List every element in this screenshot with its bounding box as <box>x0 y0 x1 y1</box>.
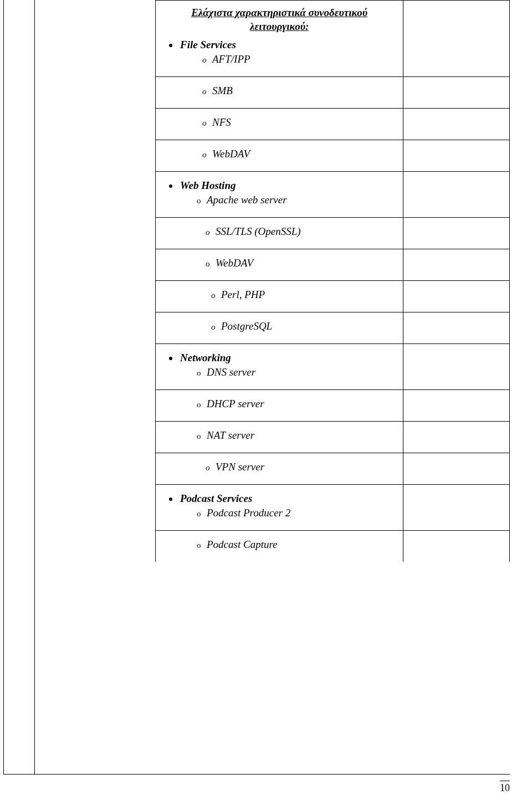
networking-header: Networking <box>179 352 396 364</box>
item-apache: Apache web server <box>207 194 287 206</box>
cell-empty <box>403 422 510 453</box>
cell-podcast: Podcast Services oPodcast Producer 2 <box>156 485 403 531</box>
item-webdav: WebDAV <box>212 148 250 160</box>
item-nfs: NFS <box>212 116 231 128</box>
cell-postgres: oPostgreSQL <box>156 312 403 344</box>
table-row: oWebDAV <box>156 140 510 172</box>
table-row: oSMB <box>156 77 510 109</box>
cell-perl: oPerl, PHP <box>156 281 403 312</box>
cell-empty <box>403 77 510 109</box>
table-row: Networking oDNS server <box>156 344 510 390</box>
cell-networking: Networking oDNS server <box>156 344 403 390</box>
table-row: oVPN server <box>156 453 510 485</box>
table-row: oDHCP server <box>156 390 510 422</box>
table-row: oSSL/TLS (OpenSSL) <box>156 218 510 249</box>
cell-nfs: oNFS <box>156 109 403 140</box>
cell-vpn: oVPN server <box>156 453 403 485</box>
cell-empty <box>403 531 510 562</box>
cell-empty <box>403 485 510 531</box>
cell-heading: Ελάχιστα χαρακτηριστικά συνοδευτικού λει… <box>156 1 403 77</box>
table-row: oNAT server <box>156 422 510 453</box>
file-services-header: File Services <box>179 39 396 51</box>
cell-empty <box>403 1 510 77</box>
table-row: Ελάχιστα χαρακτηριστικά συνοδευτικού λει… <box>156 1 510 77</box>
cell-empty <box>403 281 510 312</box>
title-line2: λειτουργικού: <box>250 20 309 32</box>
title-line1: Ελάχιστα χαρακτηριστικά συνοδευτικού <box>191 7 367 18</box>
table-row: oPodcast Capture <box>156 531 510 562</box>
cell-empty <box>403 109 510 140</box>
web-hosting-header: Web Hosting <box>179 180 396 192</box>
table-row: oNFS <box>156 109 510 140</box>
cell-empty <box>403 172 510 218</box>
cell-empty <box>403 390 510 422</box>
cell-empty <box>403 312 510 344</box>
cell-empty <box>403 140 510 172</box>
cell-empty <box>403 218 510 249</box>
cell-smb: oSMB <box>156 77 403 109</box>
cell-ssl: oSSL/TLS (OpenSSL) <box>156 218 403 249</box>
cell-webhosting: Web Hosting oApache web server <box>156 172 403 218</box>
item-aft: oAFT/IPP <box>162 53 396 65</box>
footer-rule <box>3 774 510 775</box>
table-row: oPostgreSQL <box>156 312 510 344</box>
table-row: oPerl, PHP <box>156 281 510 312</box>
table-row: oWebDAV <box>156 249 510 281</box>
cell-empty <box>403 249 510 281</box>
cell-webdav: oWebDAV <box>156 140 403 172</box>
left-edge-rule <box>3 0 4 775</box>
page: Ελάχιστα χαρακτηριστικά συνοδευτικού λει… <box>0 0 532 805</box>
table-row: Web Hosting oApache web server <box>156 172 510 218</box>
item-dhcp: DHCP server <box>207 398 264 409</box>
cell-webdav2: oWebDAV <box>156 249 403 281</box>
item-dns: DNS server <box>207 366 255 378</box>
cell-nat: oNAT server <box>156 422 403 453</box>
spec-table: Ελάχιστα χαρακτηριστικά συνοδευτικού λει… <box>155 0 510 562</box>
item-vpn: VPN server <box>216 461 264 473</box>
item-perl: Perl, PHP <box>221 289 265 300</box>
item-webdav2: WebDAV <box>216 257 253 269</box>
cell-empty <box>403 453 510 485</box>
item-smb: SMB <box>212 85 233 96</box>
podcast-header: Podcast Services <box>179 493 396 505</box>
cell-capture: oPodcast Capture <box>156 531 403 562</box>
table-row: Podcast Services oPodcast Producer 2 <box>156 485 510 531</box>
cell-dhcp: oDHCP server <box>156 390 403 422</box>
section-title: Ελάχιστα χαρακτηριστικά συνοδευτικού λει… <box>162 6 396 33</box>
item-capture: Podcast Capture <box>207 539 278 550</box>
item-ssl: SSL/TLS (OpenSSL) <box>216 225 301 237</box>
item-postgres: PostgreSQL <box>221 320 272 332</box>
page-number: 10 <box>500 781 510 794</box>
item-producer: Podcast Producer 2 <box>207 507 290 519</box>
cell-empty <box>403 344 510 390</box>
item-nat: NAT server <box>207 429 254 441</box>
table-left-rule <box>34 0 35 775</box>
